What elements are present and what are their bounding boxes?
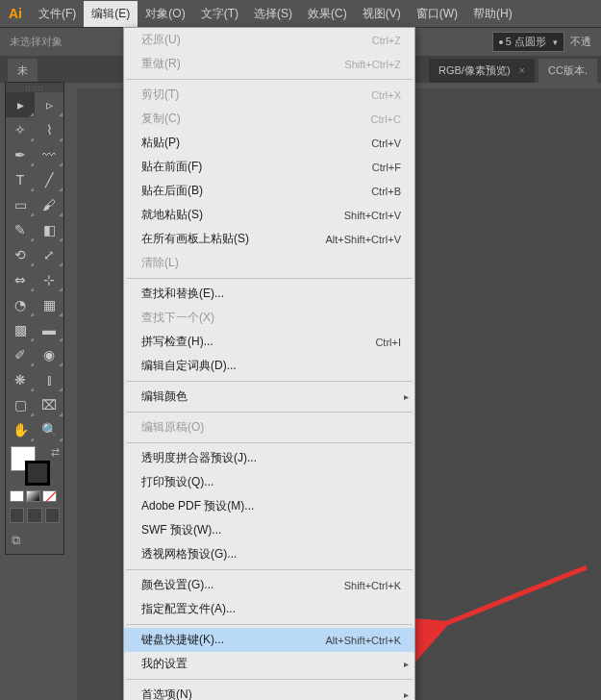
tool-rotate[interactable]: ⟲: [6, 242, 35, 267]
menu-item[interactable]: 在所有画板上粘贴(S)Alt+Shift+Ctrl+V: [124, 227, 414, 251]
doc-tab-partial[interactable]: 未: [8, 59, 38, 83]
doc-tab-cc[interactable]: CC版本.: [538, 59, 597, 83]
menu-item[interactable]: SWF 预设(W)...: [124, 518, 414, 542]
menu-item[interactable]: 键盘快捷键(K)...Alt+Shift+Ctrl+K: [124, 628, 414, 652]
menu-item[interactable]: 编辑颜色: [124, 385, 414, 409]
edit-menu-dropdown: 还原(U)Ctrl+Z重做(R)Shift+Ctrl+Z剪切(T)Ctrl+X复…: [123, 27, 415, 700]
tool-paintbrush[interactable]: 🖌: [35, 192, 63, 217]
tool-eraser[interactable]: ◧: [35, 217, 63, 242]
panel-handle[interactable]: ::::::: [6, 83, 63, 92]
menu-item-label: 粘贴(P): [141, 135, 180, 151]
tool-column-graph[interactable]: ⫿: [35, 367, 63, 392]
tool-lasso[interactable]: ⌇: [35, 117, 63, 142]
menu-object[interactable]: 对象(O): [138, 1, 192, 27]
menu-item: 剪切(T)Ctrl+X: [124, 83, 414, 107]
menu-item[interactable]: 我的设置: [124, 652, 414, 676]
menu-item-shortcut: Ctrl+B: [371, 186, 401, 197]
tool-symbol-sprayer[interactable]: ❋: [6, 367, 35, 392]
gradient-mode-icon[interactable]: [26, 490, 40, 502]
opacity-label: 不透: [570, 35, 591, 49]
tool-eyedropper[interactable]: ✐: [6, 342, 35, 367]
tool-shape-builder[interactable]: ◔: [6, 292, 35, 317]
menu-separator: [126, 278, 413, 279]
menu-window[interactable]: 窗口(W): [409, 1, 465, 27]
stroke-profile-dropdown[interactable]: 5 点圆形 ▾: [492, 32, 564, 52]
menu-item-label: 还原(U): [141, 32, 181, 48]
tool-width[interactable]: ⇔: [6, 267, 35, 292]
menu-item-label: 颜色设置(G)...: [141, 577, 213, 593]
tool-zoom[interactable]: 🔍: [35, 417, 63, 442]
menu-item: 复制(C)Ctrl+C: [124, 107, 414, 131]
menu-select[interactable]: 选择(S): [246, 1, 300, 27]
color-mode-icon[interactable]: [10, 490, 24, 502]
tool-slice[interactable]: ⌧: [35, 392, 63, 417]
tool-direct-selection[interactable]: ▹: [35, 92, 63, 117]
menu-item-label: 复制(C): [141, 111, 181, 127]
tool-blend[interactable]: ◉: [35, 342, 63, 367]
fill-stroke-swatch[interactable]: ⇄: [6, 442, 63, 488]
tool-scale[interactable]: ⤢: [35, 242, 63, 267]
tool-line[interactable]: ╱: [35, 167, 63, 192]
menu-item[interactable]: 指定配置文件(A)...: [124, 597, 414, 621]
menu-item-label: 查找下一个(X): [141, 310, 214, 326]
menu-help[interactable]: 帮助(H): [465, 1, 520, 27]
stroke-color[interactable]: [25, 461, 50, 486]
menubar: Ai 文件(F) 编辑(E) 对象(O) 文字(T) 选择(S) 效果(C) 视…: [0, 0, 601, 27]
tool-rectangle[interactable]: ▭: [6, 192, 35, 217]
menu-item[interactable]: 贴在后面(B)Ctrl+B: [124, 179, 414, 203]
draw-mode-normal[interactable]: [10, 508, 24, 523]
menu-item-label: 贴在后面(B): [141, 183, 203, 199]
menu-view[interactable]: 视图(V): [355, 1, 409, 27]
doc-tab-active[interactable]: RGB/像素预览) ×: [429, 59, 535, 83]
tool-mesh[interactable]: ▩: [6, 317, 35, 342]
screen-mode-icon[interactable]: ⧉: [12, 533, 20, 548]
menu-edit[interactable]: 编辑(E): [84, 1, 138, 27]
menu-item: 还原(U)Ctrl+Z: [124, 28, 414, 52]
tool-perspective[interactable]: ▦: [35, 292, 63, 317]
swap-fill-stroke-icon[interactable]: ⇄: [51, 446, 60, 459]
tool-curvature[interactable]: 〰: [35, 142, 63, 167]
menu-item-shortcut: Shift+Ctrl+K: [344, 580, 401, 591]
menu-item[interactable]: Adobe PDF 预设(M)...: [124, 494, 414, 518]
menu-item[interactable]: 编辑自定词典(D)...: [124, 354, 414, 378]
tool-gradient[interactable]: ▬: [35, 317, 63, 342]
menu-item-label: 拼写检查(H)...: [141, 334, 213, 350]
menu-type[interactable]: 文字(T): [193, 1, 246, 27]
menu-item[interactable]: 粘贴(P)Ctrl+V: [124, 131, 414, 155]
menu-separator: [126, 442, 413, 443]
menu-effect[interactable]: 效果(C): [300, 1, 355, 27]
none-mode-icon[interactable]: [42, 490, 57, 502]
tool-artboard[interactable]: ▢: [6, 392, 35, 417]
menu-item[interactable]: 查找和替换(E)...: [124, 282, 414, 306]
menu-item[interactable]: 透明度拼合器预设(J)...: [124, 446, 414, 470]
tool-shaper[interactable]: ✎: [6, 217, 35, 242]
tool-free-transform[interactable]: ⊹: [35, 267, 63, 292]
menu-separator: [126, 624, 413, 625]
menu-item-label: SWF 预设(W)...: [141, 522, 221, 538]
menu-separator: [126, 79, 413, 80]
menu-item-shortcut: Ctrl+V: [371, 138, 401, 149]
tool-pen[interactable]: ✒: [6, 142, 35, 167]
menu-item[interactable]: 就地粘贴(S)Shift+Ctrl+V: [124, 203, 414, 227]
tool-hand[interactable]: ✋: [6, 417, 35, 442]
close-icon[interactable]: ×: [519, 64, 525, 76]
menu-file[interactable]: 文件(F): [31, 1, 84, 27]
menu-item[interactable]: 拼写检查(H)...Ctrl+I: [124, 330, 414, 354]
tool-type[interactable]: T: [6, 167, 35, 192]
menu-item: 清除(L): [124, 251, 414, 275]
draw-mode-behind[interactable]: [27, 508, 41, 523]
menu-item-shortcut: Ctrl+X: [371, 89, 401, 101]
menu-item[interactable]: 首选项(N): [124, 683, 414, 700]
menu-item-label: 我的设置: [141, 656, 188, 672]
draw-mode-inside[interactable]: [45, 508, 60, 523]
menu-item[interactable]: 颜色设置(G)...Shift+Ctrl+K: [124, 573, 414, 597]
menu-separator: [126, 412, 413, 412]
tool-magic-wand[interactable]: ✧: [6, 117, 35, 142]
menu-item-label: 编辑颜色: [141, 388, 188, 405]
tool-selection[interactable]: ▸: [6, 92, 35, 117]
menu-item[interactable]: 打印预设(Q)...: [124, 470, 414, 494]
menu-item: 重做(R)Shift+Ctrl+Z: [124, 52, 414, 76]
menu-item[interactable]: 贴在前面(F)Ctrl+F: [124, 155, 414, 179]
menu-item[interactable]: 透视网格预设(G)...: [124, 542, 414, 566]
menu-item-shortcut: Shift+Ctrl+V: [344, 210, 401, 221]
